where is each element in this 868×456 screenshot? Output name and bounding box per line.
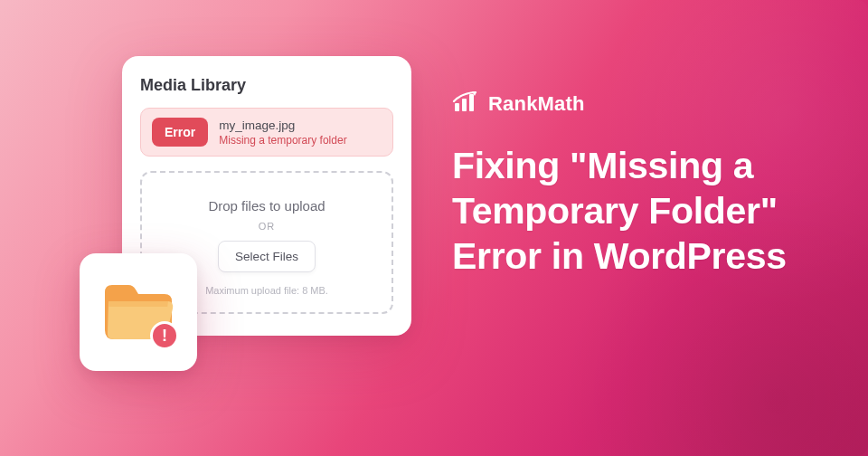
brand-name: RankMath [488, 92, 585, 116]
svg-rect-0 [455, 103, 459, 111]
upload-error-box: Error my_image.jpg Missing a temporary f… [140, 108, 393, 157]
dropzone-label: Drop files to upload [151, 198, 382, 214]
dropzone-or: OR [151, 221, 382, 232]
svg-rect-2 [469, 94, 474, 111]
card-title: Media Library [140, 76, 393, 95]
error-badge: Error [152, 118, 208, 147]
select-files-button[interactable]: Select Files [218, 241, 316, 272]
error-message: Missing a temporary folder [219, 134, 346, 147]
hero-text-block: RankMath Fixing "Missing a Temporary Fol… [452, 90, 832, 279]
brand-logo-icon [452, 90, 479, 118]
folder-error-tile: ! [80, 253, 197, 371]
alert-icon: ! [150, 321, 179, 350]
svg-rect-1 [462, 99, 467, 111]
brand: RankMath [452, 90, 832, 118]
error-text: my_image.jpg Missing a temporary folder [219, 119, 346, 147]
page-headline: Fixing "Missing a Temporary Folder" Erro… [452, 143, 832, 279]
error-filename: my_image.jpg [219, 119, 346, 132]
folder-icon: ! [101, 280, 175, 345]
